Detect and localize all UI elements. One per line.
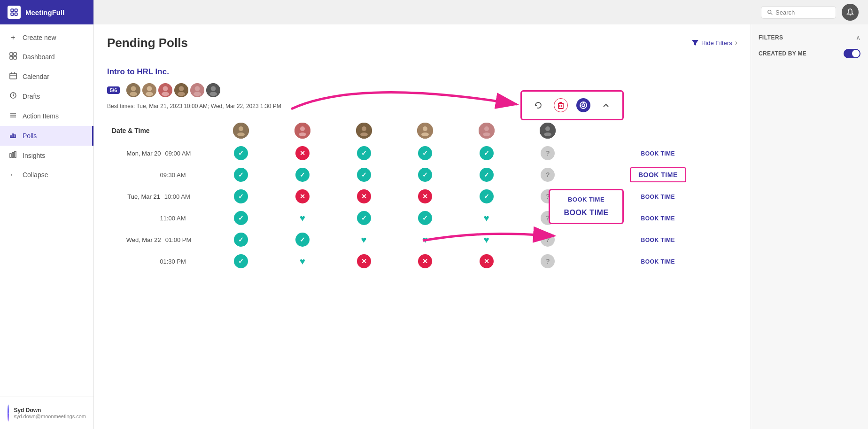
col-header-avatar-4 [395, 119, 456, 142]
response-cell: ✓ [395, 207, 456, 229]
response-cell: ♥ [456, 207, 517, 229]
sidebar-item-drafts[interactable]: Drafts [0, 86, 93, 106]
search-bar[interactable] [761, 6, 836, 19]
svg-point-57 [300, 126, 305, 131]
sidebar-label-dashboard: Dashboard [23, 53, 55, 61]
svg-point-67 [483, 133, 490, 136]
insights-icon [8, 151, 18, 160]
check-icon: ✓ [357, 211, 371, 225]
book-time-cell[interactable]: BOOK TIME [579, 250, 737, 272]
book-time-cell[interactable]: BOOK TIME [579, 142, 737, 164]
sidebar-nav: + Create new Dashboard [0, 24, 93, 397]
response-cell: ✓ [395, 142, 456, 164]
svg-rect-18 [15, 151, 16, 157]
row-date: Tue, Mar 21 [127, 193, 160, 200]
delete-button[interactable] [554, 98, 568, 112]
response-cell: ✓ [333, 164, 395, 186]
svg-rect-26 [558, 103, 563, 109]
svg-point-70 [544, 133, 551, 136]
response-cell: ✓ [333, 207, 395, 229]
book-time-button[interactable]: BOOK TIME [641, 150, 675, 157]
svg-point-21 [8, 413, 9, 413]
sidebar-item-dashboard[interactable]: Dashboard [0, 47, 93, 67]
svg-point-69 [545, 126, 550, 131]
search-input[interactable] [775, 9, 830, 16]
sidebar-label-polls: Polls [23, 132, 37, 140]
table-row: Tue, Mar 21 10:00 AM✓✕✕✕✓?BOOK TIME [107, 186, 737, 207]
poll-table: Date & Time [107, 119, 737, 272]
svg-rect-4 [10, 53, 13, 55]
check-icon: ✓ [480, 168, 494, 182]
settings-button[interactable] [576, 98, 590, 112]
x-icon: ✕ [480, 254, 494, 268]
row-time: 09:30 AM [160, 172, 186, 179]
book-time-button[interactable]: BOOK TIME [641, 194, 675, 200]
svg-point-49 [194, 92, 201, 96]
book-time-button[interactable]: BOOK TIME [641, 258, 675, 265]
hide-filters-label: Hide Filters [701, 39, 732, 47]
question-icon: ? [541, 146, 555, 160]
svg-rect-0 [11, 9, 13, 11]
book-time-button[interactable]: BOOK TIME [641, 237, 675, 243]
svg-rect-7 [14, 56, 16, 59]
response-cell: ✕ [395, 186, 456, 207]
response-cell: ♥ [272, 207, 333, 229]
avatar-1 [125, 82, 141, 98]
book-time-top-label[interactable]: BOOK TIME [568, 196, 604, 203]
sidebar: MeetingFull + Create new Dashboard [0, 0, 94, 429]
collapse-button[interactable] [599, 98, 613, 112]
avatar-5 [189, 82, 205, 98]
refresh-button[interactable] [531, 98, 545, 112]
polls-icon [8, 131, 18, 140]
sidebar-label-calendar: Calendar [23, 73, 49, 80]
sidebar-item-calendar[interactable]: Calendar [0, 67, 93, 86]
user-name: Syd Down [14, 407, 86, 413]
response-cell: ✓ [210, 142, 272, 164]
plus-icon: + [8, 33, 18, 42]
notification-bell[interactable] [842, 4, 859, 21]
col-header-avatar-5 [456, 119, 517, 142]
hide-filters-button[interactable]: Hide Filters › [692, 39, 737, 47]
svg-rect-3 [15, 13, 17, 16]
book-time-cell[interactable]: BOOK TIME [579, 229, 737, 250]
check-icon: ✓ [480, 189, 494, 203]
response-cell: ✓ [210, 250, 272, 272]
sidebar-item-polls[interactable]: Polls [0, 126, 93, 146]
avatar-3 [157, 82, 173, 98]
svg-rect-17 [12, 152, 14, 157]
book-time-cell[interactable]: BOOK TIME [579, 164, 737, 186]
svg-point-42 [163, 86, 168, 91]
attendees-badge: 5/6 [107, 86, 120, 94]
datetime-cell: 09:30 AM [107, 164, 210, 186]
topbar [94, 0, 868, 24]
sidebar-item-insights[interactable]: Insights [0, 146, 93, 165]
user-avatar [8, 405, 9, 421]
response-cell: ♥ [333, 229, 395, 250]
svg-line-23 [771, 13, 772, 15]
row-time: 09:00 AM [165, 150, 191, 157]
book-time-button[interactable]: BOOK TIME [641, 215, 675, 222]
created-by-me-toggle[interactable] [844, 49, 860, 58]
filters-collapse-icon[interactable]: ∧ [856, 34, 860, 41]
poll-title[interactable]: Intro to HRL Inc. [107, 67, 737, 77]
svg-point-63 [423, 126, 427, 131]
collapse-icon: ← [8, 171, 18, 179]
user-info: Syd Down syd.down@moonmeetings.com [14, 407, 86, 419]
search-icon [767, 9, 773, 16]
svg-point-43 [162, 92, 169, 96]
check-icon: ✓ [357, 146, 371, 160]
heart-icon: ♥ [300, 213, 305, 223]
sidebar-item-collapse[interactable]: ← Collapse [0, 165, 93, 184]
sidebar-label-action-items: Action Items [23, 112, 59, 120]
action-icons-highlight-box [520, 90, 624, 120]
book-time-button-highlighted[interactable]: BOOK TIME [630, 167, 686, 182]
book-time-main-label[interactable]: BOOK TIME [564, 209, 608, 217]
row-date: Mon, Mar 20 [127, 150, 161, 157]
response-cell: ♥ [272, 250, 333, 272]
x-icon: ✕ [418, 254, 432, 268]
sidebar-item-action-items[interactable]: Action Items [0, 106, 93, 126]
heart-icon: ♥ [484, 234, 489, 245]
poll-main: Pending Polls Hide Filters › [94, 24, 751, 429]
sidebar-item-create-new[interactable]: + Create new [0, 28, 93, 47]
filters-title: FILTERS [759, 34, 783, 41]
